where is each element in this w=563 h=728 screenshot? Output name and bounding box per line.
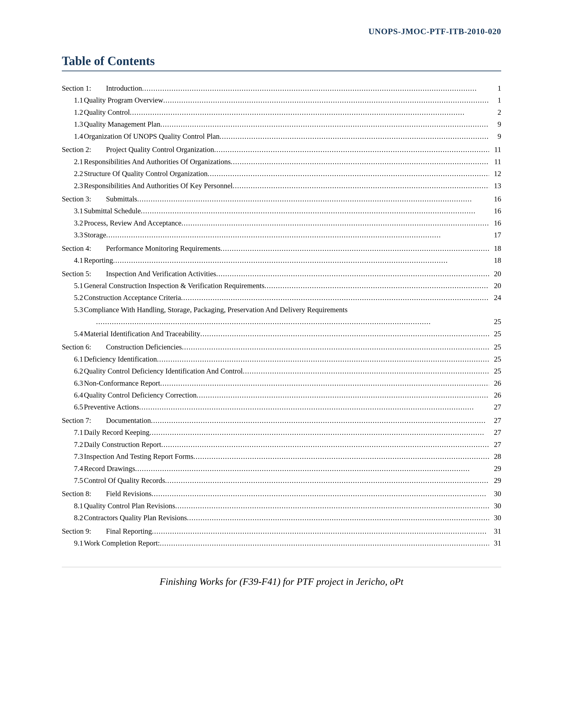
toc-entry: 6.3Non-Conformance Report...............… <box>62 377 501 389</box>
toc-dots: ........................................… <box>264 280 489 292</box>
toc-entry: 2.1Responsibilities And Authorities Of O… <box>62 156 501 168</box>
toc-page: 31 <box>489 525 501 537</box>
toc-sub-num: 5.3 <box>62 304 84 316</box>
toc-sub-title: Organization Of UNOPS Quality Control Pl… <box>84 130 219 142</box>
toc-entry: 7.1Daily Record Keeping.................… <box>62 426 501 438</box>
toc-entry: Section 2:Project Quality Control Organi… <box>62 144 501 156</box>
toc-sub-num: 2.1 <box>62 156 84 168</box>
toc-entry: Section 3:Submittals....................… <box>62 193 501 205</box>
toc-dots: ........................................… <box>181 217 489 229</box>
toc-page: 11 <box>489 156 501 168</box>
toc-entry: 4.1Reporting............................… <box>62 254 501 266</box>
toc-section-title: Construction Deficiencies <box>106 341 182 353</box>
toc-dots: ........................................… <box>214 144 489 156</box>
toc-page: 16 <box>489 217 501 229</box>
toc-entry: 5.3Compliance With Handling, Storage, Pa… <box>62 304 501 328</box>
toc-sub-title: Record Drawings <box>84 463 135 475</box>
toc-entry: 2.3Responsibilities And Authorities Of K… <box>62 180 501 192</box>
toc-entry: 8.1Quality Control Plan Revisions.......… <box>62 500 501 512</box>
toc-sub-title: General Construction Inspection & Verifi… <box>84 280 264 292</box>
toc-entry: Section 6:Construction Deficiencies.....… <box>62 341 501 353</box>
toc-entry: Section 4:Performance Monitoring Require… <box>62 242 501 254</box>
toc-dots: ........................................… <box>193 450 489 462</box>
toc-dots: ........................................… <box>106 229 489 241</box>
toc-page: 20 <box>489 280 501 292</box>
toc-sub-title: Structure Of Quality Control Organizatio… <box>84 168 207 180</box>
toc-page: 16 <box>489 193 501 205</box>
toc-section-num: Section 5: <box>62 268 106 280</box>
toc-entry: 7.5Control Of Quality Records...........… <box>62 475 501 486</box>
toc-entry: 3.2Process, Review And Acceptance.......… <box>62 217 501 229</box>
toc-dots: ........................................… <box>207 168 489 180</box>
toc-entry: 6.5Preventive Actions...................… <box>62 401 501 413</box>
toc-sub-num: 5.4 <box>62 328 84 340</box>
toc-sub-num: 9.1 <box>62 537 84 549</box>
toc-page: 29 <box>489 463 501 475</box>
toc-page: 29 <box>489 475 501 486</box>
toc-sub-num: 3.3 <box>62 229 84 241</box>
toc-entry: 1.1Quality Program Overview.............… <box>62 94 501 106</box>
toc-page: 9 <box>489 118 501 130</box>
toc-sub-num: 7.4 <box>62 463 84 475</box>
toc-entry: 6.2Quality Control Deficiency Identifica… <box>62 365 501 377</box>
toc-page: 27 <box>489 415 501 426</box>
toc-sub-num: 5.2 <box>62 292 84 304</box>
toc-dots: ........................................… <box>242 365 489 377</box>
toc-page: 18 <box>489 242 501 254</box>
toc-dots: ........................................… <box>141 205 489 217</box>
toc-page: 28 <box>489 450 501 462</box>
toc-entry: 1.4Organization Of UNOPS Quality Control… <box>62 130 501 142</box>
toc-sub-num: 2.3 <box>62 180 84 192</box>
toc-dots: ........................................… <box>157 353 489 365</box>
toc-sub-title: Quality Control Plan Revisions <box>84 500 175 512</box>
toc-sub-num: 8.2 <box>62 512 84 524</box>
toc-sub-num: 3.2 <box>62 217 84 229</box>
toc-title: Table of Contents <box>62 54 501 68</box>
toc-entry: 9.1Work Completion Report:..............… <box>62 537 501 549</box>
toc-sub-num: 1.4 <box>62 130 84 142</box>
toc-entry: Section 8:Field Revisions...............… <box>62 488 501 500</box>
toc-section-num: Section 9: <box>62 525 106 537</box>
toc-sub-title: Control Of Quality Records <box>84 475 165 486</box>
toc-sub-num: 1.1 <box>62 94 84 106</box>
toc-dots: ........................................… <box>151 488 489 500</box>
toc-dots: ........................................… <box>149 426 489 438</box>
toc-entry: Section 9:Final Reporting...............… <box>62 525 501 537</box>
toc-dots: ........................................… <box>160 537 489 549</box>
toc-sub-title: Quality Control Deficiency Identificatio… <box>84 365 242 377</box>
toc-page: 30 <box>489 488 501 500</box>
toc-sub-title: Reporting <box>84 254 113 266</box>
header-ref: UNOPS-JMOC-PTF-ITB-2010-020 <box>62 26 501 36</box>
toc-sub-num: 8.1 <box>62 500 84 512</box>
toc-page: 1 <box>489 94 501 106</box>
toc-dots: ........................................… <box>113 254 489 266</box>
toc-section-num: Section 6: <box>62 341 106 353</box>
toc-sub-num: 1.2 <box>62 106 84 118</box>
toc-entry: 6.4Quality Control Deficiency Correction… <box>62 389 501 401</box>
toc-sub-num: 7.5 <box>62 475 84 486</box>
toc-sub-title: Quality Control <box>84 106 130 118</box>
toc-dots: ........................................… <box>163 94 489 106</box>
toc-section-num: Section 2: <box>62 144 106 156</box>
toc-dots: ........................................… <box>161 439 489 450</box>
toc-dots: ........................................… <box>233 180 489 192</box>
toc-dots: ........................................… <box>151 415 489 426</box>
toc-sub-title: Quality Management Plan <box>84 118 160 130</box>
toc-entry: 7.3Inspection And Testing Report Forms..… <box>62 450 501 462</box>
toc-entry: 3.3Storage..............................… <box>62 229 501 241</box>
toc-page: 26 <box>489 389 501 401</box>
toc-entry: Section 1:Introduction..................… <box>62 82 501 94</box>
toc-section-num: Section 8: <box>62 488 106 500</box>
toc-dots: ........................................… <box>160 118 489 130</box>
toc-section-title: Performance Monitoring Requirements <box>106 242 220 254</box>
toc-page: 27 <box>489 426 501 438</box>
toc-page: 12 <box>489 168 501 180</box>
toc-entry: 1.3Quality Management Plan..............… <box>62 118 501 130</box>
toc-section-title: Project Quality Control Organization <box>106 144 214 156</box>
toc-page: 26 <box>489 377 501 389</box>
toc-section-title: Introduction <box>106 82 142 94</box>
toc-dots: ........................................… <box>196 389 489 401</box>
toc-entry: 8.2Contractors Quality Plan Revisions...… <box>62 512 501 524</box>
toc-dots: ........................................… <box>152 525 489 537</box>
toc-dots: ........................................… <box>231 156 489 168</box>
